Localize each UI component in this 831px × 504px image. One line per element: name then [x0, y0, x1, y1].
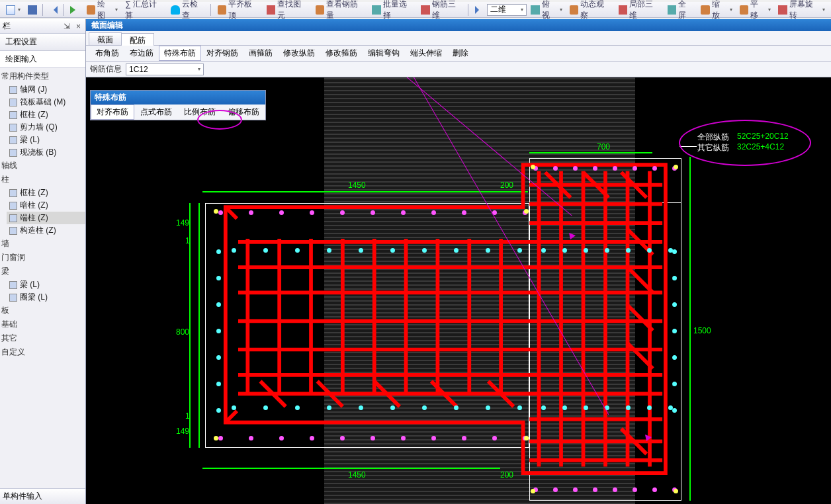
kz-icon	[9, 189, 17, 197]
dim-line-right	[689, 157, 691, 501]
tab-rebar[interactable]: 配筋	[121, 33, 154, 46]
dim-line-top2	[500, 191, 528, 192]
section-door[interactable]: 门窗洞	[0, 251, 85, 265]
btn-xiugaigujin[interactable]: 修改箍筋	[320, 46, 363, 61]
back-button[interactable]	[46, 5, 61, 15]
rebar-dot	[672, 382, 677, 386]
local3d-icon	[619, 5, 628, 15]
rebar-dot	[431, 210, 436, 215]
new-doc-button[interactable]: ▾	[3, 4, 24, 16]
btn-xiugaizongjin[interactable]: 修改纵筋	[278, 46, 320, 61]
rebar-dot	[524, 436, 529, 441]
tree-item-ql[interactable]: 圈梁 (L)	[7, 291, 85, 304]
rebar-dot	[647, 405, 652, 410]
rebar-dot	[340, 210, 345, 215]
arrow-left-icon	[50, 6, 58, 14]
section-wall[interactable]: 墙	[0, 237, 85, 251]
forward-button[interactable]	[472, 5, 486, 15]
tree-item-shearwall[interactable]: 剪力墙 (Q)	[7, 121, 85, 134]
rebar-dot	[295, 405, 300, 410]
main-toolbar: ▾ 绘图▾ ∑ 汇总计算 云检查 平齐板顶 查找图元 查看钢筋量 批量选择 钢筋…	[0, 2, 831, 18]
tree-item-column[interactable]: 框柱 (Z)	[7, 108, 85, 121]
l-icon	[9, 281, 17, 289]
anno-arrow-2	[645, 435, 652, 441]
rebar-dot	[652, 166, 657, 171]
rebar-dot	[553, 166, 558, 171]
rebar-dot	[531, 165, 535, 169]
tree-item-dz[interactable]: 端柱 (Z)	[7, 212, 85, 224]
section-custom[interactable]: 自定义	[0, 345, 85, 359]
rebar-dot	[672, 408, 677, 413]
section-beam[interactable]: 梁	[0, 265, 85, 278]
fbtn-align[interactable]: 对齐布筋	[91, 105, 134, 120]
rebar-dot	[454, 248, 459, 253]
btn-bubianjin[interactable]: 布边筋	[124, 46, 159, 61]
rebar-dot	[541, 405, 546, 410]
btn-duantou[interactable]: 端头伸缩	[405, 46, 447, 61]
tree-item-kz[interactable]: 框柱 (Z)	[7, 187, 85, 199]
arrow-right-icon	[475, 6, 483, 14]
rebar-dot	[279, 436, 284, 441]
rebar-dot	[652, 487, 657, 492]
rebar-dot	[647, 248, 652, 253]
dim-line-left	[198, 203, 200, 448]
section-found[interactable]: 基础	[0, 317, 85, 331]
rebar-dot	[605, 248, 609, 253]
tree-item-gzz[interactable]: 构造柱 (Z)	[7, 224, 85, 237]
common-types-header: 常用构件类型	[0, 69, 85, 83]
rebar-dot	[216, 249, 221, 254]
rebar-dot	[340, 436, 345, 441]
single-input-tab[interactable]: 单构件输入	[0, 488, 85, 504]
tree-item-az[interactable]: 暗柱 (Z)	[7, 199, 85, 212]
rebar-dot	[672, 329, 677, 333]
section-axis[interactable]: 轴线	[0, 159, 85, 173]
view2d-combo[interactable]: 二维▾	[487, 4, 527, 16]
rebar-dot	[593, 487, 597, 492]
rebar-dot	[541, 248, 546, 253]
rebar-info-combo[interactable]: 1C12▾	[126, 63, 204, 75]
canvas-area[interactable]: 特殊布筋 对齐布筋 点式布筋 比例布筋 偏移布筋 700 1450 200 14…	[86, 77, 831, 504]
rebar3d-icon	[421, 5, 430, 15]
rebar-dot	[486, 405, 490, 410]
tree-item-slab[interactable]: 现浇板 (B)	[7, 146, 85, 159]
rebar-dot	[593, 166, 597, 171]
btn-bianjiywg[interactable]: 编辑弯钩	[363, 46, 405, 61]
rebar-dot	[492, 436, 497, 441]
section-slab[interactable]: 板	[0, 304, 85, 317]
left-panel: 栏 ⇲ × 工程设置 绘图输入 常用构件类型 轴网 (J) 筏板基础 (M) 框…	[0, 19, 86, 504]
tab-project-settings[interactable]: 工程设置	[0, 34, 85, 51]
rebar-dot	[216, 276, 221, 280]
floating-panel-title: 特殊布筋	[91, 91, 265, 105]
rebar-dot	[214, 436, 218, 441]
save-button[interactable]	[24, 4, 40, 16]
btn-bujiaojin[interactable]: 布角筋	[90, 46, 124, 61]
tab-drawing-input[interactable]: 绘图输入	[0, 51, 85, 68]
tab-section[interactable]: 截面	[89, 32, 122, 45]
fbtn-point[interactable]: 点式布筋	[134, 105, 178, 120]
section-other[interactable]: 其它	[0, 331, 85, 345]
panel-body: 常用构件类型 轴网 (J) 筏板基础 (M) 框柱 (Z) 剪力墙 (Q) 梁 …	[0, 68, 85, 360]
tree-item-raft[interactable]: 筏板基础 (M)	[7, 96, 85, 108]
section-column[interactable]: 柱	[0, 173, 85, 187]
tree-item-grid[interactable]: 轴网 (J)	[7, 83, 85, 96]
btn-delete[interactable]: 删除	[447, 46, 474, 61]
rebar-dot	[390, 248, 395, 253]
btn-huagujin[interactable]: 画箍筋	[243, 46, 278, 61]
rebar-dot	[633, 487, 637, 492]
rebar-dot	[584, 405, 588, 410]
panel-close-button[interactable]: ×	[74, 22, 83, 31]
rebar-info-row: 钢筋信息 1C12▾	[86, 62, 831, 77]
flatten-icon	[218, 5, 227, 15]
run-button[interactable]	[67, 5, 83, 15]
tree-item-l[interactable]: 梁 (L)	[7, 278, 85, 291]
play-icon	[70, 6, 79, 14]
rebar-dot	[584, 248, 588, 253]
anno-ellipse-info	[679, 120, 811, 166]
rebar-dot	[390, 405, 395, 410]
tree-item-beam[interactable]: 梁 (L)	[7, 134, 85, 146]
btn-teshubujin[interactable]: 特殊布筋	[159, 46, 201, 61]
panel-pin-button[interactable]: ⇲	[62, 22, 72, 31]
btn-duiqigangjin[interactable]: 对齐钢筋	[201, 46, 243, 61]
shear-icon	[9, 124, 17, 132]
rebar-dot	[562, 248, 567, 253]
